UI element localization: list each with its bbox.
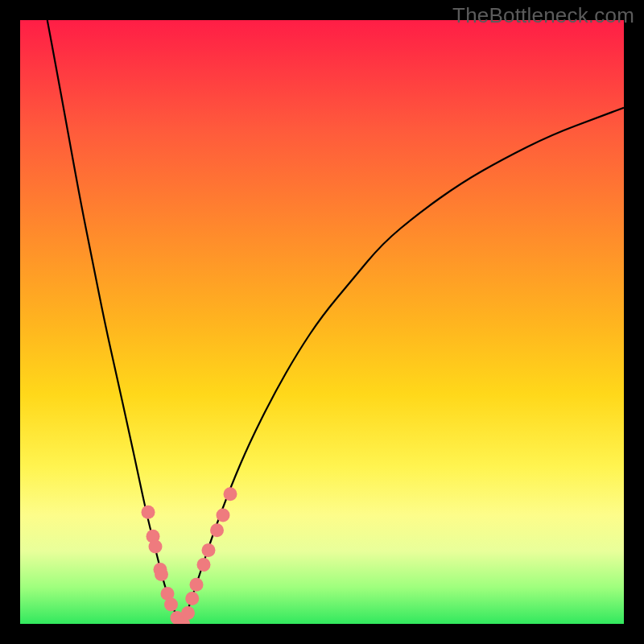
marker-point [224, 487, 237, 501]
curve-plot [20, 20, 624, 624]
left-branch-curve [47, 20, 184, 624]
marker-point [181, 606, 195, 620]
marker-point [217, 509, 230, 522]
marker-point [185, 592, 199, 605]
marker-point [202, 543, 216, 557]
right-branch-curve [184, 108, 625, 624]
watermark-text: TheBottleneck.com [452, 3, 634, 28]
marker-point [149, 540, 163, 554]
marker-point [210, 523, 224, 537]
marker-point [197, 558, 211, 572]
marker-point [164, 598, 178, 612]
marker-point [190, 578, 204, 592]
marker-point [155, 568, 168, 581]
marker-point [142, 506, 155, 519]
